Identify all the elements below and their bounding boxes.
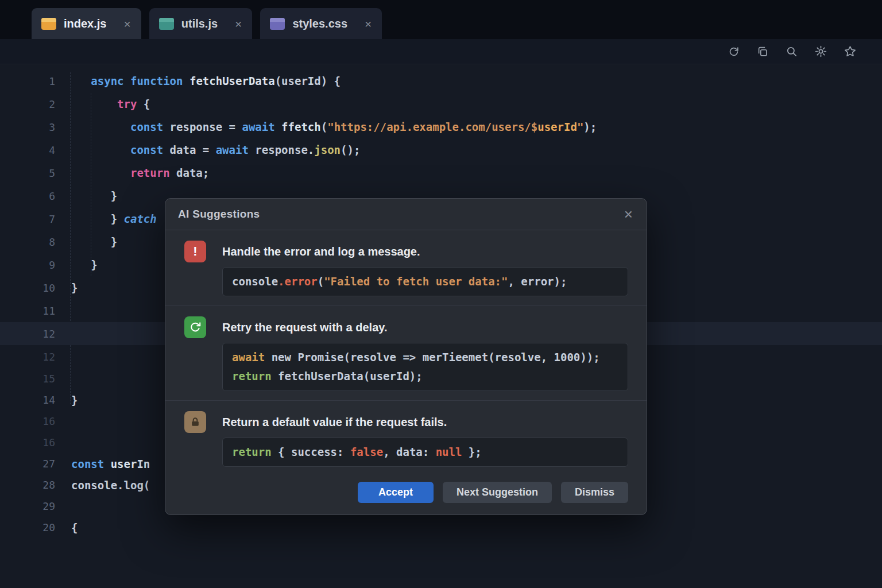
code-text: const userIn bbox=[55, 458, 150, 470]
line-number: 2 bbox=[0, 98, 55, 110]
line-number: 5 bbox=[0, 167, 55, 179]
suggestion-title: Handle the error and log a message. bbox=[222, 245, 420, 258]
tab-styles.css[interactable]: styles.css× bbox=[260, 8, 382, 39]
css-file-icon bbox=[270, 18, 285, 30]
suggestion-header: Retry the request with a delay. bbox=[184, 316, 628, 338]
suggestion-header: !Handle the error and log a message. bbox=[184, 241, 628, 262]
code-text: } bbox=[55, 189, 117, 202]
suggestion-title: Return a default value if the request fa… bbox=[222, 416, 447, 429]
line-number: 29 bbox=[0, 500, 55, 512]
close-icon[interactable]: × bbox=[365, 18, 372, 30]
close-icon[interactable]: × bbox=[123, 18, 130, 30]
line-number: 28 bbox=[0, 479, 55, 491]
editor-line[interactable]: 1 async function fetchUserData(userId) { bbox=[0, 69, 882, 92]
suggestion-title: Retry the request with a delay. bbox=[222, 321, 388, 334]
line-number: 12 bbox=[0, 351, 55, 363]
line-number: 6 bbox=[0, 190, 55, 202]
star-icon[interactable] bbox=[844, 45, 857, 58]
tab-index.js[interactable]: index.js× bbox=[32, 8, 141, 39]
code-text: try { bbox=[55, 98, 150, 110]
ai-suggestions-dialog: AI Suggestions × !Handle the error and l… bbox=[165, 198, 647, 515]
line-number: 4 bbox=[0, 144, 55, 156]
line-number: 1 bbox=[0, 75, 55, 87]
code-text: const data = await response.json(); bbox=[55, 144, 360, 156]
next-suggestion-button[interactable]: Next Suggestion bbox=[443, 482, 552, 503]
line-number: 20 bbox=[0, 521, 55, 533]
suggestion-item[interactable]: Return a default value if the request fa… bbox=[165, 401, 647, 476]
tab-bar: index.js×utils.js×styles.css× bbox=[0, 0, 882, 39]
editor-line[interactable]: 2 try { bbox=[0, 92, 882, 115]
suggestion-code-block: return { success: false, data: null }; bbox=[222, 438, 628, 467]
dialog-title: AI Suggestions bbox=[178, 208, 260, 220]
suggestion-header: Return a default value if the request fa… bbox=[184, 411, 628, 433]
code-text: return data; bbox=[55, 167, 209, 179]
code-line: return { success: false, data: null }; bbox=[232, 443, 618, 462]
suggestion-code-block: console.error("Failed to fetch user data… bbox=[222, 267, 628, 296]
editor-line[interactable]: 4 const data = await response.json(); bbox=[0, 138, 882, 161]
close-icon[interactable]: × bbox=[624, 207, 633, 222]
line-number: 3 bbox=[0, 121, 55, 133]
suggestion-item[interactable]: Retry the request with a delay.await new… bbox=[165, 306, 647, 401]
accept-button[interactable]: Accept bbox=[358, 482, 434, 503]
code-line: await new Promise(resolve => merTieemet(… bbox=[232, 348, 618, 367]
code-line: return fetchUserData(userId); bbox=[232, 367, 618, 386]
search-icon[interactable] bbox=[785, 45, 798, 58]
line-number: 7 bbox=[0, 213, 55, 225]
suggestion-item[interactable]: !Handle the error and log a message.cons… bbox=[165, 230, 647, 306]
code-line: console.error("Failed to fetch user data… bbox=[232, 272, 618, 291]
js-file-icon bbox=[41, 18, 56, 30]
tab-label: index.js bbox=[64, 17, 106, 30]
dialog-header: AI Suggestions × bbox=[165, 199, 647, 230]
dismiss-button[interactable]: Dismiss bbox=[561, 482, 628, 503]
lock-icon bbox=[184, 411, 206, 433]
error-icon: ! bbox=[184, 241, 206, 262]
close-icon[interactable]: × bbox=[235, 18, 242, 30]
editor-line[interactable]: 3 const response = await ffetch("https:/… bbox=[0, 115, 882, 138]
settings-icon[interactable] bbox=[814, 45, 827, 58]
line-number: 12 bbox=[0, 328, 55, 340]
copy-icon[interactable] bbox=[756, 45, 769, 58]
code-text: { bbox=[55, 521, 78, 534]
line-number: 16 bbox=[0, 436, 55, 448]
code-text: async function fetchUserData(userId) { bbox=[55, 75, 341, 87]
line-number: 9 bbox=[0, 259, 55, 271]
editor-line[interactable]: 20{ bbox=[0, 517, 882, 538]
line-number: 14 bbox=[0, 394, 55, 406]
line-number: 10 bbox=[0, 282, 55, 294]
suggestion-code-block: await new Promise(resolve => merTieemet(… bbox=[222, 343, 628, 391]
suggestions-list: !Handle the error and log a message.cons… bbox=[165, 230, 647, 476]
exclamation-glyph: ! bbox=[193, 244, 197, 259]
line-number: 27 bbox=[0, 458, 55, 470]
code-text: } bbox=[55, 281, 78, 294]
editor-line[interactable]: 5 return data; bbox=[0, 161, 882, 184]
code-text: } bbox=[55, 258, 98, 271]
utils-file-icon bbox=[159, 18, 174, 30]
line-number: 11 bbox=[0, 305, 55, 317]
code-text: } bbox=[55, 394, 78, 407]
refresh-icon[interactable] bbox=[728, 45, 740, 58]
code-text: } bbox=[55, 235, 117, 248]
code-text: } catch bbox=[55, 212, 157, 225]
dialog-footer: AcceptNext SuggestionDismiss bbox=[165, 476, 647, 514]
line-number: 15 bbox=[0, 373, 55, 385]
code-text: console.log( bbox=[55, 479, 150, 492]
tab-label: utils.js bbox=[181, 17, 218, 30]
tab-label: styles.css bbox=[292, 17, 347, 30]
editor-toolbar bbox=[0, 39, 882, 64]
code-text: const response = await ffetch("https://a… bbox=[55, 121, 597, 133]
line-number: 8 bbox=[0, 236, 55, 248]
tab-utils.js[interactable]: utils.js× bbox=[149, 8, 253, 39]
retry-icon bbox=[184, 316, 206, 338]
line-number: 16 bbox=[0, 415, 55, 427]
